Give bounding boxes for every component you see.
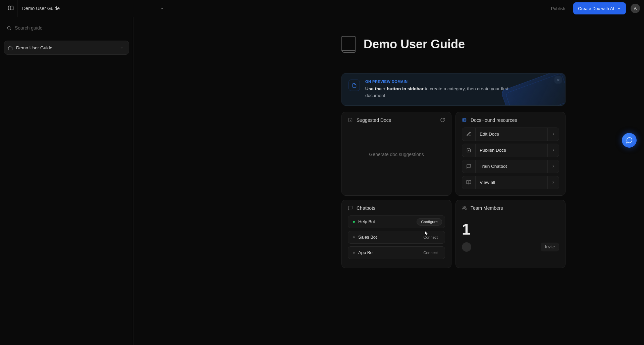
chevron-down-icon	[160, 6, 164, 11]
main-content: Demo User Guide ON PREVIEW DOMAIN Us	[133, 17, 644, 345]
chevron-right-icon	[551, 132, 555, 136]
avatar[interactable]: A	[631, 4, 640, 13]
resource-edit-docs[interactable]: Edit Docs	[462, 128, 559, 141]
resource-train-chatbot[interactable]: Train Chatbot	[462, 160, 559, 173]
chevron-right-icon	[551, 164, 555, 168]
chatbot-name: App Bot	[358, 250, 416, 255]
app-logo[interactable]	[4, 0, 17, 17]
member-avatar[interactable]	[462, 242, 471, 252]
chevron-down-icon	[617, 6, 621, 11]
suggested-empty-text: Generate doc suggestions	[348, 128, 445, 181]
banner-decoration	[500, 73, 566, 106]
search-input[interactable]	[15, 25, 126, 31]
team-title: Team Members	[471, 205, 559, 211]
suggested-refresh-button[interactable]	[440, 117, 445, 122]
resources-card: DocsHound resources Edit Docs Publish Do…	[455, 112, 566, 196]
suggested-title: Suggested Docs	[357, 117, 437, 123]
invite-button[interactable]: Invite	[541, 243, 559, 251]
svg-rect-9	[464, 119, 465, 121]
resource-publish-docs[interactable]: Publish Docs	[462, 144, 559, 157]
chevron-right-icon	[551, 148, 555, 152]
connect-button[interactable]: Connect	[419, 234, 442, 241]
app-header: Demo User Guide Publish Create Doc with …	[0, 0, 644, 17]
logo-icon	[7, 5, 14, 12]
create-doc-label: Create Doc with AI	[578, 6, 614, 11]
status-dot-inactive	[353, 252, 355, 254]
svg-line-1	[10, 29, 11, 30]
chatbots-card: Chatbots Help Bot Configure Sales Bot Co…	[341, 200, 451, 268]
sidebar-root-label: Demo User Guide	[16, 45, 115, 50]
doc-add-icon	[348, 117, 353, 123]
svg-rect-8	[463, 118, 466, 121]
team-members-card: Team Members 1 Invite	[455, 200, 566, 268]
chatbot-row: App Bot Connect	[348, 246, 445, 259]
search-icon	[7, 26, 11, 31]
chatbots-title: Chatbots	[357, 205, 445, 211]
svg-point-12	[463, 206, 465, 207]
resource-view-all[interactable]: View all	[462, 176, 559, 189]
onboarding-banner: ON PREVIEW DOMAIN Use the + button in si…	[341, 73, 566, 106]
status-dot-active	[353, 221, 355, 223]
upload-doc-icon	[466, 148, 471, 153]
sidebar: Demo User Guide	[0, 17, 133, 345]
resource-label: Edit Docs	[476, 132, 547, 137]
breadcrumb-dropdown[interactable]	[157, 4, 166, 13]
svg-point-0	[7, 26, 10, 29]
banner-text: Use the + button in sidebar to create a …	[365, 86, 509, 99]
edit-icon	[466, 132, 471, 137]
publish-button[interactable]: Publish	[546, 3, 570, 14]
chat-icon	[466, 164, 471, 169]
bot-icon	[348, 205, 353, 211]
resources-icon	[462, 117, 467, 123]
banner-text-bold: Use the + button in sidebar	[365, 86, 424, 91]
resource-label: Train Chatbot	[476, 164, 547, 169]
page-hero: Demo User Guide	[133, 17, 644, 65]
chatbot-row: Help Bot Configure	[348, 215, 445, 228]
page-title: Demo User Guide	[364, 37, 465, 51]
book-icon	[341, 36, 356, 53]
status-dot-inactive	[353, 236, 355, 238]
chat-bubble-icon	[626, 137, 633, 144]
resource-label: View all	[476, 180, 547, 185]
plus-icon	[120, 46, 124, 50]
resources-list: Edit Docs Publish Docs Train Chatbot	[462, 128, 559, 189]
assistant-fab[interactable]	[622, 133, 637, 148]
banner-tag: ON PREVIEW DOMAIN	[365, 80, 509, 84]
breadcrumb-title: Demo User Guide	[22, 6, 60, 11]
sidebar-add-button[interactable]	[118, 44, 125, 51]
create-doc-button[interactable]: Create Doc with AI	[573, 2, 626, 14]
sidebar-root-item[interactable]: Demo User Guide	[4, 41, 129, 55]
search-row[interactable]	[4, 20, 129, 35]
resource-label: Publish Docs	[476, 148, 547, 153]
note-icon	[348, 80, 360, 91]
chatbot-name: Sales Bot	[358, 235, 416, 240]
chatbot-row: Sales Bot Connect	[348, 231, 445, 244]
configure-button[interactable]: Configure	[417, 218, 442, 226]
suggested-docs-card: Suggested Docs Generate doc suggestions	[341, 112, 451, 196]
home-icon	[8, 45, 13, 50]
users-icon	[462, 205, 467, 211]
chatbot-name: Help Bot	[358, 219, 413, 224]
chevron-right-icon	[551, 180, 555, 185]
team-count: 1	[462, 220, 559, 238]
resources-title: DocsHound resources	[471, 117, 559, 123]
book-open-icon	[466, 180, 471, 185]
refresh-icon	[440, 117, 445, 122]
connect-button[interactable]: Connect	[419, 249, 442, 256]
